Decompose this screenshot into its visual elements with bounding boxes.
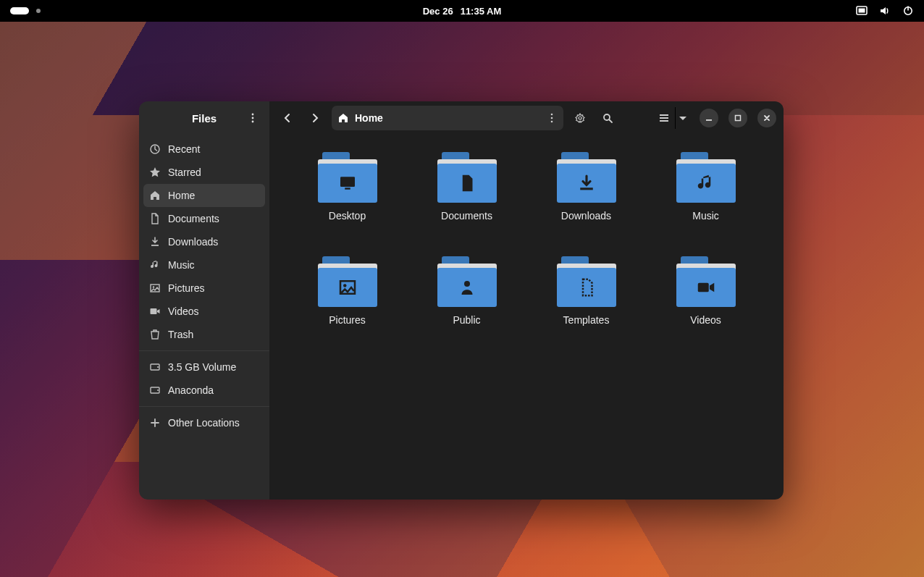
list-view-button[interactable]: [653, 107, 675, 129]
panel-time: 11:35 AM: [461, 6, 502, 17]
sidebar-item-downloads[interactable]: Downloads: [139, 230, 269, 253]
svg-rect-26: [340, 177, 355, 187]
forward-button[interactable]: [304, 107, 326, 129]
svg-point-15: [157, 389, 159, 391]
folder-icon: [676, 152, 736, 203]
drive-icon: [149, 361, 161, 373]
back-button[interactable]: [277, 107, 298, 129]
svg-rect-21: [660, 114, 668, 116]
trash-icon: [149, 329, 161, 340]
sidebar-menu-button[interactable]: [243, 109, 262, 127]
folder-label: Music: [692, 210, 719, 222]
close-button[interactable]: [757, 109, 776, 127]
sidebar-separator: [139, 406, 269, 407]
content-area: Home: [269, 101, 784, 500]
svg-rect-11: [151, 308, 157, 314]
document-icon: [149, 213, 161, 224]
location-settings-button[interactable]: [569, 107, 591, 129]
folder-icon: [318, 256, 377, 307]
sidebar-item-label: Recent: [168, 143, 200, 155]
path-menu-icon[interactable]: [546, 112, 558, 124]
sidebar-item-label: Other Locations: [168, 417, 240, 429]
folder-label: Documents: [441, 210, 492, 222]
sidebar-separator: [139, 350, 269, 351]
volume-icon[interactable]: [879, 5, 891, 17]
sidebar-item-pictures[interactable]: Pictures: [139, 277, 269, 300]
sidebar-item-home[interactable]: Home: [143, 184, 265, 207]
svg-point-10: [153, 286, 154, 287]
folder-label: Downloads: [561, 210, 611, 222]
folder-label: Videos: [690, 314, 721, 326]
svg-rect-8: [151, 245, 159, 246]
picture-icon: [149, 282, 161, 294]
home-icon: [149, 190, 161, 201]
sidebar-item-label: Music: [168, 259, 195, 271]
clock-button[interactable]: Dec 26 11:35 AM: [423, 6, 502, 17]
svg-point-6: [252, 121, 254, 123]
svg-rect-25: [736, 116, 741, 121]
svg-point-18: [551, 121, 553, 123]
sidebar-item-volume[interactable]: 3.5 GB Volume: [139, 355, 269, 379]
folder-icon: [318, 152, 377, 203]
sidebar-item-label: Downloads: [168, 236, 218, 248]
plus-icon: [149, 417, 161, 429]
svg-rect-27: [345, 188, 350, 190]
sidebar-item-anaconda[interactable]: Anaconda: [139, 379, 269, 402]
sidebar-item-label: 3.5 GB Volume: [168, 361, 236, 373]
sidebar-item-label: Home: [168, 190, 195, 201]
download-icon: [149, 236, 161, 248]
svg-rect-28: [580, 188, 593, 190]
minimize-button[interactable]: [700, 109, 718, 127]
svg-rect-23: [660, 120, 668, 122]
activities-button[interactable]: [10, 7, 29, 14]
maximize-button[interactable]: [728, 109, 747, 127]
sidebar-item-videos[interactable]: Videos: [139, 300, 269, 323]
folder-pictures[interactable]: Pictures: [291, 252, 403, 353]
workspace-indicator[interactable]: [36, 9, 41, 13]
svg-point-31: [464, 281, 470, 287]
folder-downloads[interactable]: Downloads: [530, 148, 642, 249]
svg-point-4: [252, 114, 254, 116]
drive-icon: [149, 384, 161, 396]
svg-point-20: [604, 114, 610, 120]
power-icon[interactable]: [902, 5, 914, 17]
screencast-icon[interactable]: [856, 5, 868, 17]
sidebar-item-label: Trash: [168, 329, 193, 340]
folder-icon: [437, 152, 497, 203]
panel-date: Dec 26: [423, 6, 453, 17]
sidebar-item-label: Documents: [168, 213, 219, 224]
svg-rect-24: [706, 119, 712, 121]
sidebar-item-recent[interactable]: Recent: [139, 138, 269, 161]
sidebar-item-documents[interactable]: Documents: [139, 207, 269, 230]
folder-videos[interactable]: Videos: [650, 252, 762, 353]
sidebar-item-music[interactable]: Music: [139, 253, 269, 277]
headerbar: Home: [269, 101, 784, 135]
sidebar-item-label: Starred: [168, 167, 201, 178]
svg-rect-1: [859, 9, 865, 13]
folder-label: Public: [453, 314, 480, 326]
svg-point-16: [551, 114, 553, 116]
folder-public[interactable]: Public: [411, 252, 523, 353]
sidebar-item-label: Anaconda: [168, 384, 214, 396]
folder-music[interactable]: Music: [650, 148, 762, 249]
search-button[interactable]: [597, 107, 618, 129]
svg-point-17: [551, 117, 553, 119]
folder-templates[interactable]: Templates: [530, 252, 642, 353]
svg-rect-32: [697, 283, 708, 292]
folder-grid: Desktop Documents Downloads: [269, 135, 784, 500]
folder-icon: [557, 152, 616, 203]
sidebar-item-other-locations[interactable]: Other Locations: [139, 411, 269, 434]
folder-desktop[interactable]: Desktop: [291, 148, 403, 249]
svg-rect-3: [907, 7, 909, 11]
svg-point-30: [343, 284, 347, 287]
star-icon: [149, 167, 161, 178]
sidebar-item-starred[interactable]: Starred: [139, 161, 269, 184]
folder-label: Pictures: [329, 314, 366, 326]
folder-icon: [557, 256, 616, 307]
sidebar-item-trash[interactable]: Trash: [139, 323, 269, 346]
view-options-button[interactable]: [675, 107, 689, 129]
pathbar[interactable]: Home: [332, 106, 563, 130]
video-icon: [149, 306, 161, 317]
folder-label: Templates: [563, 314, 610, 326]
folder-documents[interactable]: Documents: [411, 148, 523, 249]
